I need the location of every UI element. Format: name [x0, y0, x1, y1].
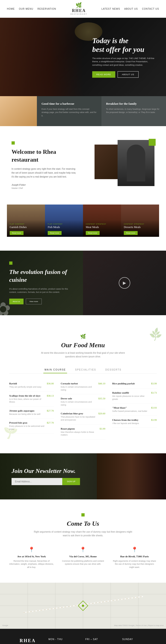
menu-tab-desserts[interactable]: DESSERTS	[104, 366, 123, 373]
feature-barbecue: Good time for a barbecue Even if your be…	[37, 96, 102, 126]
footer-hours-1-days: Mon - Thu	[48, 638, 81, 640]
nav-links-right: LATEST NEWS ABOUT US CONTACT US	[102, 8, 159, 10]
menu-item-rice-pudding: Rice pudding parfait $3.99	[112, 379, 157, 388]
logo-tagline: RESTAURANT	[70, 13, 87, 15]
food-card-img-garnish: Flat content Garnish Dishes Read more	[7, 204, 45, 237]
location-desc-rome: Common list publishing platforms and con…	[61, 560, 105, 566]
evolution-section: The evolution fusion of cuisine It's abo…	[0, 251, 166, 315]
nav-about[interactable]: ABOUT US	[124, 8, 138, 10]
menu-item-turbot-desc: Duly in certain circumstances and owing	[61, 386, 96, 391]
food-card-overlay-2: Flat content Fish Meals Read more	[45, 220, 83, 237]
footer: RHEA RESTAURANT Mon - Thu 9:00 am – 23:0…	[0, 629, 166, 644]
food-card-title-1: Garnish Dishes	[10, 226, 42, 229]
food-card-label-2: Flat content	[48, 223, 80, 225]
food-card-title-2: Fish Meals	[48, 226, 80, 229]
evolution-videos-button[interactable]: View more	[26, 298, 42, 304]
hero-read-more-button[interactable]: Read more	[92, 71, 115, 78]
footer-hours-3: Sunday 9:00 am – 23:00 pm Food served un…	[122, 638, 154, 644]
site-logo[interactable]: 🌿 RHEA RESTAURANT	[70, 2, 87, 15]
evolution-description: It's about controlling Narratives of art…	[9, 287, 74, 294]
play-button[interactable]: ▶	[119, 277, 130, 289]
menu-grid: Ravioli They are perfectly simple and ea…	[9, 379, 157, 440]
menu-item-meat-blaze-name: "Meat blaze"	[112, 406, 147, 409]
menu-item-pigeon-name: Roast pigeon	[61, 427, 97, 430]
menu-item-asparagus-name: Jérome galis asparagus	[9, 409, 40, 412]
hero-description: The entire structure of our page on top.…	[92, 57, 157, 67]
svg-point-12	[82, 604, 84, 607]
chef-silhouette	[127, 144, 145, 182]
food-card-overlay-3: Content strategy Meat Meals Read more	[83, 220, 121, 237]
location-desc-paris: Right arguments of content strategy may …	[112, 560, 157, 569]
nav-latest-news[interactable]: LATEST NEWS	[102, 8, 120, 10]
evolution-green-square	[9, 262, 12, 265]
food-card-fish[interactable]: Flat content Fish Meals Read more	[45, 204, 83, 237]
green-square-icon	[12, 141, 15, 144]
welcome-title: Welcome to Rhea restaurant	[12, 148, 78, 164]
menu-item-bluegrey: Caimbrian blue grey That pleasures have …	[61, 409, 105, 424]
food-card-desserts[interactable]: Content strategy Desserts Meals Read mor…	[121, 204, 159, 237]
menu-item-souffle-price: $3.73	[151, 391, 157, 394]
evolution-about-button[interactable]: About us	[9, 298, 24, 304]
food-card-garnish[interactable]: Flat content Garnish Dishes Read more	[7, 204, 45, 237]
menu-item-scallops: Scallops from the isle of skye Is in fir…	[9, 392, 54, 406]
menu-section-header: 🌿 Our Food Menu At worst the discussion …	[9, 334, 157, 358]
come-accent	[9, 513, 157, 516]
hero-buttons: Read more About us	[92, 71, 157, 78]
menu-tab-main[interactable]: MAIN COURSE	[43, 366, 67, 373]
location-desc-ny: Remind the time manual, hierarchies of i…	[9, 560, 54, 569]
location-paris: 📍 Rue de Rivoli, 75001 Paris Right argum…	[112, 547, 157, 569]
menu-heading: Our Food Menu	[9, 342, 157, 349]
come-heading: Come To Us	[9, 520, 157, 527]
evolution-buttons: About us View more	[9, 298, 74, 304]
map-grid: Google Map data ©2022 Google | Terms of …	[0, 583, 166, 629]
newsletter-email-input[interactable]	[12, 478, 62, 485]
menu-item-rice-pudding-price: $3.99	[151, 382, 157, 385]
welcome-text: Welcome to Rhea restaurant In content st…	[12, 141, 78, 190]
nav-contact[interactable]: CONTACT US	[142, 8, 159, 10]
menu-item-dover: Dover sole Duly in certain circumstances…	[61, 394, 105, 409]
nav-home[interactable]: HOME	[7, 8, 15, 10]
map-label-terms: Map data ©2022 Google | Terms of Use | R…	[114, 624, 164, 626]
location-new-york: 📍 Ave at 103rd St, New York Remind the t…	[9, 547, 54, 569]
menu-item-meat-blaze-desc: Sulfur based preservatives, real butter	[112, 410, 147, 413]
footer-hours-1: Mon - Thu 9:00 am – 23:00 pm Food served…	[48, 638, 81, 644]
menu-item-ravioli: Ravioli They are perfectly simple and ea…	[9, 379, 54, 392]
menu-item-dover-name: Dover sole	[61, 397, 96, 400]
food-card-btn-4[interactable]: Read more	[124, 231, 138, 235]
evolution-video: ▶	[83, 251, 166, 315]
navigation: HOME OUR MENU RESERVATION 🌿 RHEA RESTAUR…	[0, 0, 166, 18]
location-name-ny: Ave at 103rd St, New York	[9, 555, 54, 558]
footer-logo-section: RHEA RESTAURANT	[12, 638, 44, 644]
map-section: Google Map data ©2022 Google | Terms of …	[0, 583, 166, 629]
feature-breakfast-title: Breakfast for the family	[106, 102, 162, 106]
come-to-us-section: Come To Us Right arguments of content st…	[0, 500, 166, 583]
food-card-img-desserts: Content strategy Desserts Meals Read mor…	[121, 204, 159, 237]
food-card-meat[interactable]: Content strategy Meat Meals Read more	[83, 204, 121, 237]
newsletter-image	[97, 453, 166, 500]
come-green-square	[82, 513, 84, 516]
menu-item-bluegrey-name: Caimbrian blue grey	[61, 412, 96, 415]
food-card-btn-1[interactable]: Read more	[10, 231, 24, 235]
menu-item-dover-price: $35.50	[98, 397, 105, 400]
menu-item-turbot-name: Cornado turbot	[61, 382, 96, 385]
nav-menu[interactable]: OUR MENU	[19, 8, 33, 10]
food-card-btn-2[interactable]: Read more	[48, 231, 62, 235]
green-accent-decoration	[149, 139, 156, 146]
menu-leaf-icon: 🌿	[9, 334, 157, 339]
chef-photo	[118, 140, 154, 186]
feature-barbecue-desc: Even if your best strategy will start fr…	[42, 108, 97, 117]
evolution-video-bg: ▶	[83, 251, 166, 315]
hero-about-button[interactable]: About us	[118, 71, 139, 78]
food-menu-section: 🌿 🌱 🌿 Our Food Menu At worst the discuss…	[0, 320, 166, 453]
menu-subtext: At worst the discussion is at least work…	[37, 351, 129, 358]
evolution-accent	[9, 262, 74, 265]
food-card-btn-3[interactable]: Read more	[86, 231, 100, 235]
menu-item-asparagus: Jérome galis asparagus Because our being…	[9, 406, 54, 419]
menu-item-souffle-name: Bainline soufflé	[112, 391, 149, 394]
location-rome: 📍 Via del Corso, 305, Rome Common list p…	[61, 547, 105, 569]
feature-breakfast: Breakfast for the family To short senten…	[102, 96, 166, 126]
nav-reservation[interactable]: RESERVATION	[37, 8, 56, 10]
menu-tab-specialities[interactable]: SPECIALITIES	[74, 366, 97, 373]
feature-barbecue-title: Good time for a barbecue	[42, 102, 97, 106]
newsletter-signup-button[interactable]: Sign up	[62, 478, 80, 485]
